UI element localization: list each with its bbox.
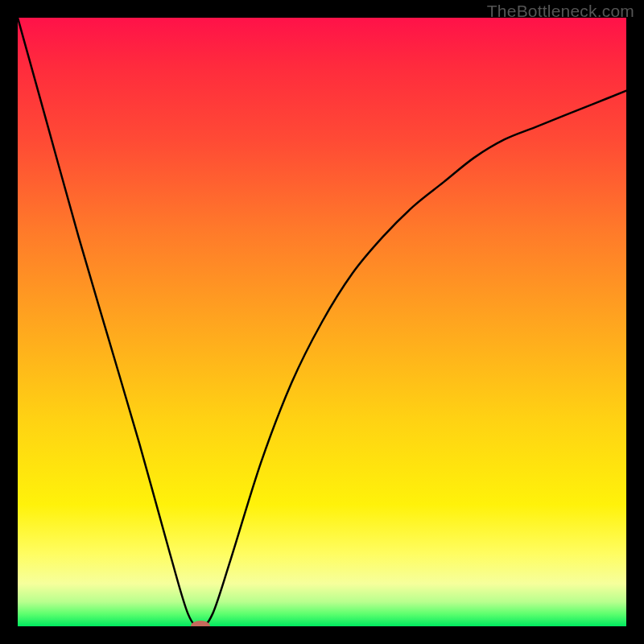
- chart-frame: TheBottleneck.com: [0, 0, 644, 644]
- plot-area: [18, 18, 626, 626]
- bottleneck-curve: [18, 18, 626, 626]
- optimal-point-marker: [191, 621, 210, 626]
- curve-path: [18, 18, 626, 626]
- watermark-text: TheBottleneck.com: [487, 2, 634, 21]
